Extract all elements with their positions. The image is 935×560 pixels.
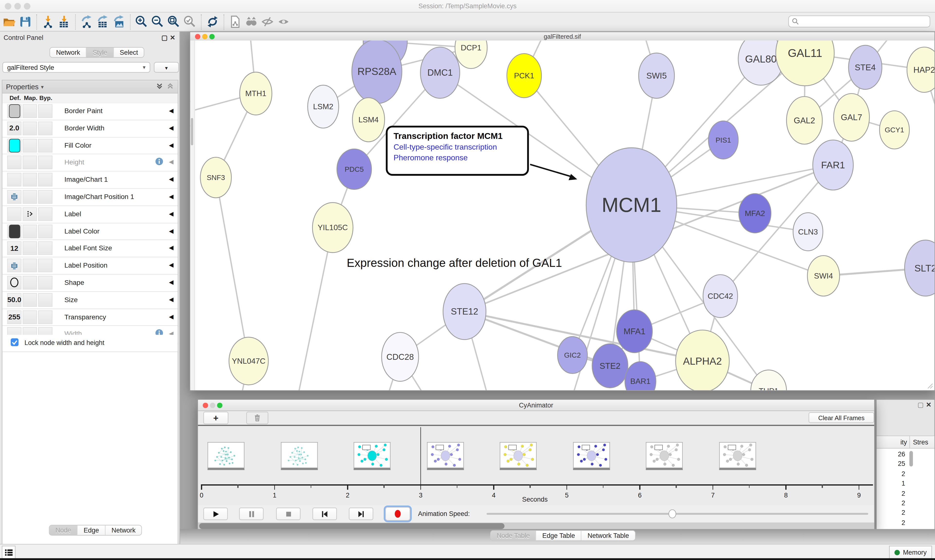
frame-thumbnail-4[interactable] (500, 442, 537, 470)
export-image-icon[interactable] (111, 14, 127, 30)
animation-speed-slider[interactable] (486, 513, 868, 515)
show-panels-button[interactable] (2, 546, 15, 559)
property-row-label-color[interactable]: Label Color ◀ (2, 223, 178, 240)
frame-thumbnail-5[interactable] (573, 442, 610, 470)
bypass-cell[interactable] (38, 310, 52, 324)
tab-network[interactable]: Network (105, 525, 142, 535)
resize-grip-icon[interactable] (926, 382, 933, 389)
play-button[interactable] (203, 508, 228, 520)
pause-button[interactable] (239, 508, 264, 520)
table-cell[interactable]: 2 (876, 470, 905, 477)
bypass-cell[interactable] (38, 105, 52, 118)
zoom-window-icon[interactable] (210, 34, 214, 39)
table-column-label[interactable]: Stres (913, 438, 928, 445)
tab-node[interactable]: Node (49, 525, 78, 535)
mapping-cell[interactable] (23, 276, 37, 289)
expand-property-icon[interactable]: ◀ (169, 158, 174, 165)
expand-property-icon[interactable]: ◀ (169, 279, 174, 285)
network-file-icon[interactable] (227, 14, 243, 30)
mapping-cell[interactable] (23, 224, 37, 238)
style-selector[interactable]: galFiltered Style ▾ (2, 62, 150, 73)
table-cell[interactable]: 25 (876, 460, 905, 467)
mapping-cell[interactable] (23, 122, 37, 135)
mapping-cell[interactable] (23, 242, 37, 255)
frame-thumbnail-6[interactable] (646, 442, 683, 470)
stop-button[interactable] (276, 508, 301, 520)
tab-style[interactable]: Style (87, 48, 114, 57)
memory-button[interactable]: Memory (889, 546, 932, 559)
frame-thumbnail-0[interactable] (207, 442, 244, 470)
binoculars-icon[interactable] (243, 14, 259, 30)
mapping-cell[interactable] (23, 138, 37, 152)
default-value-cell[interactable] (7, 173, 22, 186)
expand-property-icon[interactable]: ◀ (169, 262, 174, 268)
annotation-link[interactable]: Pheromone response (393, 153, 521, 162)
close-panel-icon[interactable]: ✕ (926, 401, 932, 409)
expand-property-icon[interactable]: ◀ (169, 124, 174, 131)
timeline-hscrollbar[interactable] (198, 523, 874, 529)
mapping-cell[interactable] (23, 156, 37, 169)
table-column-label[interactable]: ity (900, 438, 907, 445)
default-value-cell[interactable] (7, 138, 22, 152)
frame-thumbnail-3[interactable] (427, 442, 464, 470)
zoom-window-icon[interactable] (24, 3, 31, 9)
mapping-cell[interactable] (23, 190, 37, 204)
zoom-selected-icon[interactable] (182, 14, 198, 30)
default-value-cell[interactable] (7, 105, 22, 118)
default-value-cell[interactable]: 12 (7, 242, 22, 255)
bypass-cell[interactable] (38, 224, 52, 238)
table-cell[interactable]: 1 (876, 480, 905, 487)
annotation-link[interactable]: Cell-type-specific transcription (393, 142, 521, 151)
scrollbar-thumb[interactable] (199, 523, 505, 529)
network-canvas[interactable]: DCP1RPS28ADMC1PCK1MTH1LSM2LSM4SNF3PDC5YI… (190, 41, 934, 391)
import-table-icon[interactable] (56, 14, 72, 30)
save-icon[interactable] (17, 14, 33, 30)
table-cell[interactable]: 2 (876, 519, 905, 526)
clear-all-frames-button[interactable]: Clear All Frames (808, 412, 874, 423)
float-panel-icon[interactable]: ▢ (161, 34, 168, 42)
bypass-cell[interactable] (38, 173, 52, 186)
table-cell[interactable]: 2 (876, 499, 905, 506)
collapse-all-icon[interactable] (166, 82, 174, 91)
network-vscrollbar[interactable] (190, 41, 195, 391)
table-cell[interactable]: 2 (876, 489, 905, 497)
mapping-cell[interactable] (23, 173, 37, 186)
table-cell[interactable]: 26 (876, 450, 905, 457)
default-value-cell[interactable] (7, 276, 22, 289)
frame-thumbnail-2[interactable] (353, 442, 390, 470)
hide-graphics-icon[interactable] (259, 14, 275, 30)
property-row-height[interactable]: Height ◀ (2, 154, 178, 172)
property-row-border-width[interactable]: 2.0 Border Width ◀ (2, 120, 178, 137)
float-panel-icon[interactable]: ▢ (918, 401, 924, 409)
mapping-cell[interactable] (23, 293, 37, 306)
bypass-cell[interactable] (38, 122, 52, 135)
zoom-in-icon[interactable] (134, 14, 150, 30)
table-cell[interactable]: 2 (876, 509, 905, 516)
bypass-cell[interactable] (38, 258, 52, 272)
tab-network-table[interactable]: Network Table (582, 531, 635, 540)
record-button[interactable] (385, 507, 410, 521)
minimize-window-icon[interactable] (202, 34, 207, 39)
next-frame-button[interactable] (349, 508, 373, 520)
mapping-cell[interactable] (23, 105, 37, 118)
mapping-cell[interactable] (23, 310, 37, 324)
expand-property-icon[interactable]: ◀ (169, 227, 174, 234)
properties-header[interactable]: Properties ▾ (2, 80, 178, 94)
zoom-window-icon[interactable] (217, 403, 222, 408)
property-row-label-position[interactable]: Label Position ◀ (2, 257, 178, 275)
expand-property-icon[interactable]: ◀ (169, 193, 174, 200)
delete-frame-button[interactable] (246, 412, 268, 424)
property-row-shape[interactable]: Shape ◀ (2, 275, 178, 292)
default-value-cell[interactable] (7, 224, 22, 238)
tab-network[interactable]: Network (50, 48, 87, 57)
minimize-window-icon[interactable] (14, 3, 21, 9)
open-folder-icon[interactable] (1, 14, 17, 30)
frame-thumbnail-1[interactable] (281, 442, 318, 470)
zoom-fit-icon[interactable] (166, 14, 182, 30)
default-value-cell[interactable]: 255 (7, 310, 22, 324)
bypass-cell[interactable] (38, 207, 52, 221)
close-window-icon[interactable] (5, 3, 11, 9)
bypass-cell[interactable] (38, 242, 52, 255)
expand-property-icon[interactable]: ◀ (169, 313, 174, 320)
tab-edge[interactable]: Edge (78, 525, 105, 535)
